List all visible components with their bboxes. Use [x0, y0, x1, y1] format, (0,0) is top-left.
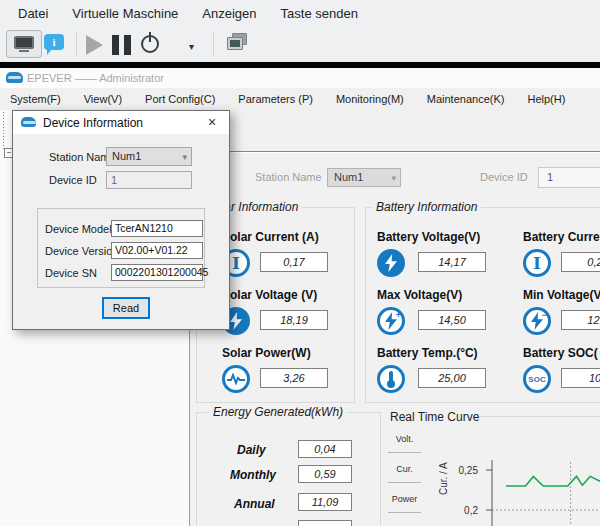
group-border — [480, 416, 600, 417]
close-icon[interactable]: × — [201, 113, 223, 132]
app-menubar: System(F) View(V) Port Config(C) Paramet… — [0, 88, 600, 110]
vm-menu-taste-senden[interactable]: Taste senden — [271, 0, 368, 28]
app-titlebar: EPEVER —— Administrator — [0, 68, 600, 88]
battery-voltage-label: Battery Voltage(V) — [377, 230, 480, 244]
energy-annual-value: 11,09 — [298, 493, 352, 511]
station-name-label: Station Name — [255, 171, 322, 183]
voltage-minus-icon: − — [523, 307, 551, 335]
max-voltage-label: Max Voltage(V) — [377, 288, 462, 302]
tab-power[interactable]: Power — [388, 485, 421, 513]
battery-current-label: Battery Curre — [523, 230, 600, 244]
battery-temp-value: 25,00 — [418, 368, 486, 388]
display-front-icon — [227, 37, 243, 50]
menu-monitoring[interactable]: Monitoring(M) — [336, 88, 415, 110]
play-button[interactable] — [86, 35, 103, 55]
console-button[interactable] — [6, 30, 42, 58]
tab-volt[interactable]: Volt. — [388, 425, 421, 453]
real-time-curve-chart — [460, 458, 600, 526]
energy-monthly-value: 0,59 — [298, 465, 352, 483]
energy-daily-value: 0,04 — [298, 440, 352, 458]
soc-icon: SOC — [523, 365, 551, 393]
menu-port-config[interactable]: Port Config(C) — [145, 88, 226, 110]
real-time-curve-title: Real Time Curve — [390, 410, 479, 424]
thermometer-icon — [377, 365, 405, 393]
power-wave-icon — [222, 365, 250, 393]
device-version-input[interactable]: V02.00+V01.22 — [111, 242, 203, 259]
read-button[interactable]: Read — [102, 297, 150, 319]
device-model-input[interactable]: TcerAN1210 — [111, 220, 203, 237]
info-icon: i — [44, 34, 64, 50]
max-voltage-value: 14,50 — [418, 310, 486, 330]
battery-voltage-value: 14,17 — [418, 252, 486, 272]
toolbar-separator — [213, 32, 214, 57]
battery-information-title: Battery Information — [372, 200, 481, 214]
current-icon: I — [523, 249, 551, 277]
speech-tail-icon — [47, 49, 52, 55]
monitoring-content: Station Name Num1 ▾ Device ID 1 Solar In… — [190, 110, 600, 526]
tab-cur[interactable]: Cur. — [388, 455, 421, 483]
energy-annual-label: Annual — [234, 497, 275, 511]
battery-temp-label: Battery Temp.(°C) — [377, 346, 478, 360]
solar-power-value: 3,26 — [260, 368, 328, 388]
device-information-dialog: Device Information × Station Name Num1 ▾… — [12, 110, 230, 330]
device-sn-input[interactable]: 0002201301200045 — [111, 264, 203, 281]
device-sn-label: Device SN — [45, 267, 97, 279]
app-title: EPEVER —— Administrator — [27, 68, 164, 88]
solar-current-value: 0,17 — [260, 252, 328, 272]
solar-voltage-label: Solar Voltage (V) — [222, 288, 317, 302]
dialog-device-id-label: Device ID — [49, 174, 97, 186]
solar-power-label: Solar Power(W) — [222, 346, 311, 360]
device-id-label: Device ID — [480, 171, 528, 183]
min-voltage-value: 12, — [561, 310, 600, 330]
vm-menubar: Datei Virtuelle Maschine Anzeigen Taste … — [0, 0, 600, 28]
station-name-select[interactable]: Num1 ▾ — [327, 168, 401, 187]
solar-current-label: Solar Current (A) — [222, 230, 319, 244]
power-caret-icon[interactable]: ▾ — [189, 41, 194, 52]
dialog-station-name-select[interactable]: Num1 ▾ — [106, 147, 192, 166]
panel-divider — [190, 151, 600, 153]
dialog-device-id-input[interactable]: 1 — [106, 171, 192, 189]
vm-menu-anzeigen[interactable]: Anzeigen — [192, 0, 266, 28]
epever-logo-icon — [21, 117, 36, 127]
device-model-label: Device Model — [45, 223, 112, 235]
epever-logo-icon — [6, 72, 23, 83]
battery-soc-value: 10 — [561, 368, 600, 388]
energy-daily-label: Daily — [237, 443, 266, 457]
voltage-plus-icon: + — [377, 307, 405, 335]
min-voltage-label: Min Voltage(V — [523, 288, 600, 302]
device-id-input[interactable]: 1 — [538, 167, 600, 188]
voltage-icon — [377, 249, 405, 277]
tree-guide-line — [3, 112, 4, 150]
chevron-down-icon: ▾ — [182, 149, 187, 166]
chart-y-axis-label: Cur. / A — [438, 462, 449, 495]
battery-soc-label: Battery SOC( — [523, 346, 598, 360]
energy-generated-group: Energy Generated(kWh) — [196, 412, 381, 526]
displays-button[interactable] — [227, 33, 248, 50]
menu-maintenance[interactable]: Maintenance(K) — [427, 88, 516, 110]
menu-help[interactable]: Help(H) — [527, 88, 576, 110]
chevron-down-icon: ▾ — [391, 170, 396, 187]
menu-view[interactable]: View(V) — [84, 88, 133, 110]
energy-total-value — [298, 520, 352, 526]
toolbar-separator — [76, 32, 77, 57]
menu-parameters[interactable]: Parameters (P) — [238, 88, 324, 110]
pause-button[interactable] — [112, 35, 131, 55]
menu-system[interactable]: System(F) — [10, 88, 72, 110]
energy-monthly-label: Monthly — [230, 468, 276, 482]
monitor-icon — [14, 36, 34, 49]
info-button[interactable]: i — [44, 34, 64, 50]
energy-generated-title: Energy Generated(kWh) — [209, 405, 347, 419]
dialog-titlebar[interactable]: Device Information × — [13, 111, 229, 134]
vm-toolbar: i ▾ — [0, 28, 600, 62]
power-icon — [149, 32, 151, 42]
dialog-title: Device Information — [43, 116, 143, 130]
screen: Datei Virtuelle Maschine Anzeigen Taste … — [0, 0, 600, 526]
device-version-label: Device Version — [45, 245, 118, 257]
vm-menu-datei[interactable]: Datei — [8, 0, 58, 28]
monitor-stand-icon — [19, 50, 29, 52]
vm-menu-virtuelle-maschine[interactable]: Virtuelle Maschine — [62, 0, 188, 28]
battery-current-value: 0,2 — [561, 252, 600, 272]
solar-voltage-value: 18,19 — [260, 310, 328, 330]
